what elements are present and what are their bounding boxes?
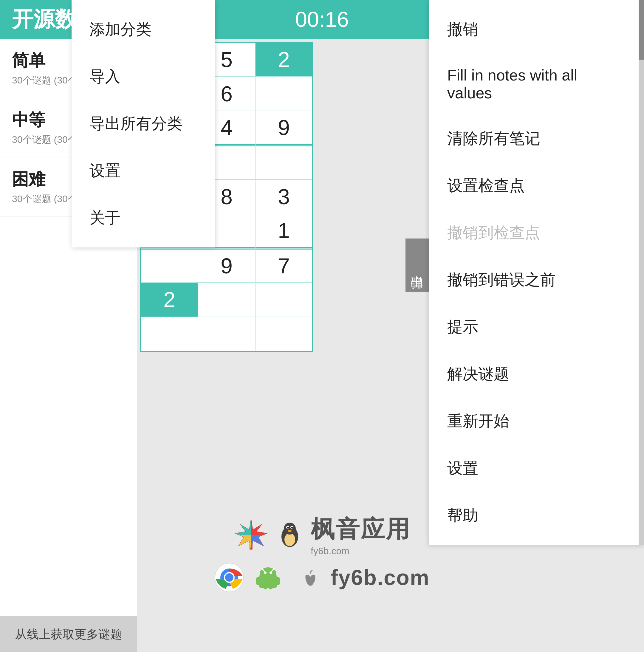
right-menu-help[interactable]: 帮助 [429,492,644,539]
left-menu-item-add-category[interactable]: 添加分类 [72,6,215,53]
right-menu-hint[interactable]: 提示 [429,303,644,351]
android-icon [253,563,283,592]
svg-point-18 [288,530,292,532]
watermark-area: 枫音应用 fy6b.com [214,513,430,592]
bottom-bar[interactable]: 从线上获取更多谜题 [0,616,137,652]
svg-rect-25 [276,577,280,585]
right-menu-settings[interactable]: 设置 [429,445,644,492]
chrome-icon [214,563,244,592]
watermark-icons-row: fy6b.com [214,563,430,592]
right-menu-undo[interactable]: 撤销 [429,6,644,53]
svg-rect-27 [269,583,273,589]
sudoku-cell[interactable] [198,317,255,351]
scrollbar-thumb [639,0,644,60]
bird-icon [275,520,305,550]
right-menu-restart[interactable]: 重新开始 [429,398,644,445]
watermark-sub: fy6b.com [311,546,349,556]
watermark-logo-row: 枫音应用 fy6b.com [233,513,411,556]
right-menu-clear-notes[interactable]: 清除所有笔记 [429,115,644,162]
right-menu-scrollbar[interactable] [639,0,644,545]
sudoku-cell[interactable] [256,317,312,351]
bottom-bar-label: 从线上获取更多谜题 [15,626,122,643]
right-menu-set-checkpoint[interactable]: 设置检查点 [429,162,644,209]
sudoku-cell[interactable] [256,77,312,111]
sudoku-cell[interactable]: 1 [256,214,312,248]
watermark-cn-text: 枫音应用 [311,513,411,546]
left-menu-item-export-all[interactable]: 导出所有分类 [72,100,215,147]
left-menu-item-import[interactable]: 导入 [72,53,215,100]
timer: 00:16 [295,7,349,32]
svg-point-17 [291,527,293,528]
sudoku-cell[interactable] [198,283,255,317]
apple-icon [292,563,322,592]
left-dropdown-menu: 添加分类 导入 导出所有分类 设置 关于 [72,0,215,247]
svg-rect-24 [256,577,260,585]
sudoku-cell[interactable]: 7 [256,249,312,282]
sudoku-cell[interactable] [256,145,312,179]
right-dropdown-menu: 撤销 Fill in notes with all values 清除所有笔记 … [429,0,644,545]
svg-rect-26 [263,583,267,589]
left-menu-item-about[interactable]: 关于 [72,194,215,242]
svg-point-16 [287,527,289,528]
sudoku-cell[interactable]: 2 [141,283,198,317]
svg-point-12 [285,533,295,546]
left-menu-item-settings[interactable]: 设置 [72,147,215,194]
sudoku-cell[interactable] [256,283,312,317]
side-tab[interactable]: 弹出 [405,239,429,292]
sudoku-cell[interactable]: 3 [256,180,312,214]
right-menu-undo-error[interactable]: 撤销到错误之前 [429,256,644,303]
sudoku-cell[interactable]: 9 [198,249,255,282]
right-menu-solve[interactable]: 解决谜题 [429,351,644,398]
watermark-url: fy6b.com [331,565,430,590]
right-menu-fill-notes[interactable]: Fill in notes with all values [429,53,644,115]
sudoku-cell[interactable]: 2 [256,43,312,76]
sudoku-cell[interactable]: 9 [256,111,312,145]
sudoku-cell[interactable] [141,249,198,282]
right-menu-undo-checkpoint: 撤销到检查点 [429,209,644,256]
svg-point-13 [284,523,296,535]
svg-point-22 [225,573,234,582]
sudoku-cell[interactable] [141,317,198,351]
maple-icon [233,517,269,553]
